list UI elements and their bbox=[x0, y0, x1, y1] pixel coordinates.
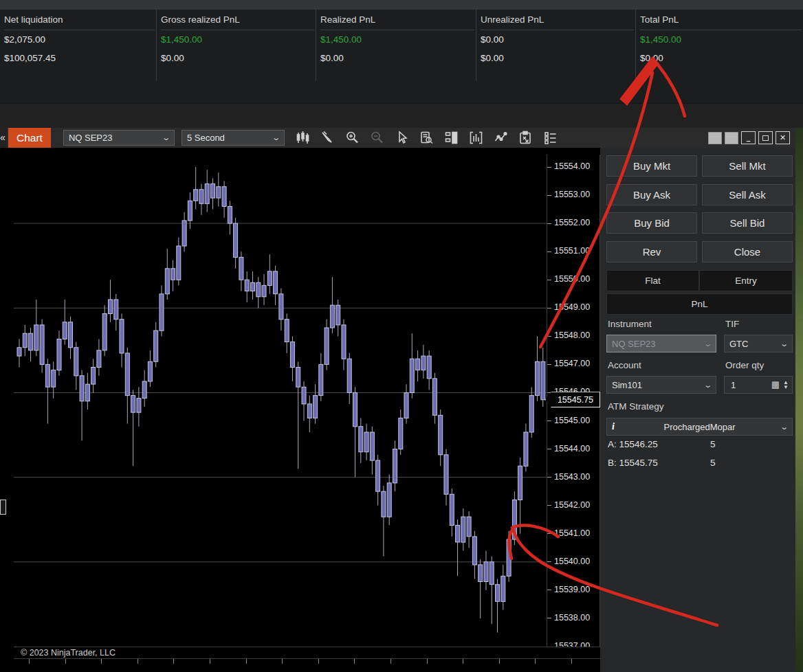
price-axis-label: 15547.00 bbox=[554, 359, 590, 368]
chart-toolbar: « Chart NQ SEP23 ⌄ 5 Second ⌄ – ✕ bbox=[0, 128, 795, 148]
chevron-down-icon: ⌄ bbox=[162, 133, 170, 142]
pnl-summary-panel: Net liquidation$2,075.00$100,057.45Gross… bbox=[0, 10, 803, 103]
axis-tick bbox=[547, 421, 551, 421]
time-axis-tick bbox=[571, 659, 572, 664]
zoom-out-icon bbox=[370, 131, 384, 145]
time-axis[interactable] bbox=[14, 659, 600, 672]
bid-price-row: B: 15545.75 bbox=[608, 458, 658, 468]
order-qty-label: Order qty bbox=[725, 360, 764, 370]
instrument-dropdown-value: NQ SEP23 bbox=[69, 133, 113, 143]
price-axis-label: 15552.00 bbox=[554, 218, 590, 227]
price-axis-label: 15548.00 bbox=[554, 331, 590, 340]
buy-mkt-button[interactable]: Buy Mkt bbox=[606, 155, 697, 177]
price-axis-label: 15540.00 bbox=[554, 557, 590, 566]
axis-tick bbox=[547, 590, 551, 590]
maximize-button[interactable] bbox=[758, 131, 773, 144]
flat-button[interactable]: Flat bbox=[606, 270, 699, 291]
sell-mkt-button[interactable]: Sell Mkt bbox=[702, 155, 793, 177]
quantity-stepper[interactable]: ▲▼ bbox=[783, 380, 789, 390]
objects-icon[interactable] bbox=[543, 131, 558, 145]
price-axis-label: 15549.00 bbox=[554, 302, 590, 312]
interval-dropdown[interactable]: 5 Second ⌄ bbox=[182, 130, 285, 146]
chart-plot-area[interactable] bbox=[14, 155, 547, 649]
axis-tick bbox=[547, 449, 551, 449]
pnl-value: $0.00 bbox=[320, 49, 474, 67]
order-qty-value: 1 bbox=[731, 380, 736, 390]
ask-qty: 5 bbox=[710, 439, 716, 449]
cursor-icon[interactable] bbox=[395, 131, 409, 145]
window-edge-handle[interactable] bbox=[0, 500, 6, 515]
time-axis-tick bbox=[29, 659, 30, 664]
close-button[interactable]: Close bbox=[702, 241, 793, 262]
atm-strategy-dropdown[interactable]: i ProchargedMopar ⌄ bbox=[606, 418, 793, 436]
chevron-down-icon: ⌄ bbox=[703, 381, 712, 390]
tif-dropdown[interactable]: GTC ⌄ bbox=[724, 335, 793, 352]
screen: Net liquidation$2,075.00$100,057.45Gross… bbox=[0, 0, 803, 672]
axis-tick bbox=[547, 195, 551, 196]
maximize-icon bbox=[762, 135, 769, 141]
axis-tick bbox=[547, 167, 551, 168]
workspace-button-1[interactable] bbox=[708, 132, 722, 144]
account-label: Account bbox=[608, 360, 641, 370]
pnl-column-header: Unrealized PnL bbox=[481, 10, 634, 30]
pnl-column-header: Gross realized PnL bbox=[161, 10, 314, 30]
entry-button[interactable]: Entry bbox=[699, 270, 793, 291]
workspace-button-2[interactable] bbox=[725, 132, 738, 144]
properties-icon[interactable] bbox=[518, 131, 533, 145]
time-axis-tick bbox=[535, 659, 536, 664]
sell-ask-button[interactable]: Sell Ask bbox=[702, 184, 793, 205]
rev-button[interactable]: Rev bbox=[606, 241, 697, 262]
collapse-tabs-icon[interactable]: « bbox=[0, 128, 7, 148]
bid-qty: 5 bbox=[710, 458, 716, 468]
pnl-column: Realized PnL$1,450.00$0.00 bbox=[316, 10, 476, 81]
pnl-button[interactable]: PnL bbox=[606, 293, 793, 315]
axis-tick bbox=[547, 618, 551, 618]
instrument-dropdown[interactable]: NQ SEP23 ⌄ bbox=[63, 130, 175, 146]
time-axis-tick bbox=[282, 659, 283, 664]
pnl-value: $100,057.45 bbox=[4, 49, 155, 67]
pnl-value: $0.00 bbox=[640, 49, 802, 67]
time-axis-tick bbox=[101, 659, 102, 664]
price-axis-label: 15539.00 bbox=[554, 585, 590, 594]
time-axis-tick bbox=[499, 659, 500, 664]
chevron-down-icon: ⌄ bbox=[703, 339, 712, 348]
window-controls: – ✕ bbox=[708, 131, 790, 144]
axis-tick bbox=[547, 364, 551, 365]
data-box-icon[interactable] bbox=[419, 131, 434, 145]
chevron-down-icon: ⌄ bbox=[780, 423, 789, 432]
indicators-icon[interactable] bbox=[469, 131, 483, 145]
axis-tick bbox=[547, 533, 551, 534]
account-dropdown[interactable]: Sim101 ⌄ bbox=[606, 376, 716, 394]
tif-label: TIF bbox=[725, 319, 739, 329]
order-qty-input[interactable]: 1 ▦ ▲▼ bbox=[724, 376, 793, 394]
calculator-icon[interactable]: ▦ bbox=[771, 381, 780, 388]
chart-trader-icon[interactable] bbox=[444, 131, 459, 145]
price-axis-label: 15543.00 bbox=[554, 472, 590, 482]
drawing-tools-icon[interactable] bbox=[320, 131, 335, 145]
close-button[interactable]: ✕ bbox=[776, 131, 790, 144]
buy-ask-button[interactable]: Buy Ask bbox=[606, 184, 697, 205]
buy-bid-button[interactable]: Buy Bid bbox=[606, 212, 697, 234]
chart-style-icon[interactable] bbox=[296, 131, 310, 145]
tab-chart[interactable]: Chart bbox=[8, 128, 51, 148]
zoom-in-icon[interactable] bbox=[345, 131, 360, 145]
price-axis-label: 15544.00 bbox=[554, 444, 590, 453]
time-axis-tick bbox=[173, 659, 174, 664]
time-axis-tick bbox=[65, 659, 66, 664]
chart-window: « Chart NQ SEP23 ⌄ 5 Second ⌄ – ✕ bbox=[0, 128, 795, 672]
time-axis-tick bbox=[210, 659, 210, 664]
minimize-button[interactable]: – bbox=[741, 131, 756, 144]
sell-bid-button[interactable]: Sell Bid bbox=[702, 212, 793, 234]
pnl-column: Gross realized PnL$1,450.00$0.00 bbox=[157, 10, 316, 81]
pnl-value: $1,450.00 bbox=[161, 30, 314, 49]
axis-tick bbox=[547, 336, 551, 337]
time-axis-tick bbox=[138, 659, 138, 664]
info-icon[interactable]: i bbox=[612, 421, 615, 432]
price-axis-label: 15554.00 bbox=[554, 161, 590, 171]
window-titlebar-strip bbox=[0, 0, 803, 10]
price-axis-label: 15550.00 bbox=[554, 274, 590, 284]
price-axis-label: 15542.00 bbox=[554, 500, 590, 510]
last-price-marker: 15545.75 bbox=[545, 392, 600, 407]
strategies-icon[interactable] bbox=[494, 131, 508, 145]
toolbar-icon-group bbox=[296, 131, 558, 145]
